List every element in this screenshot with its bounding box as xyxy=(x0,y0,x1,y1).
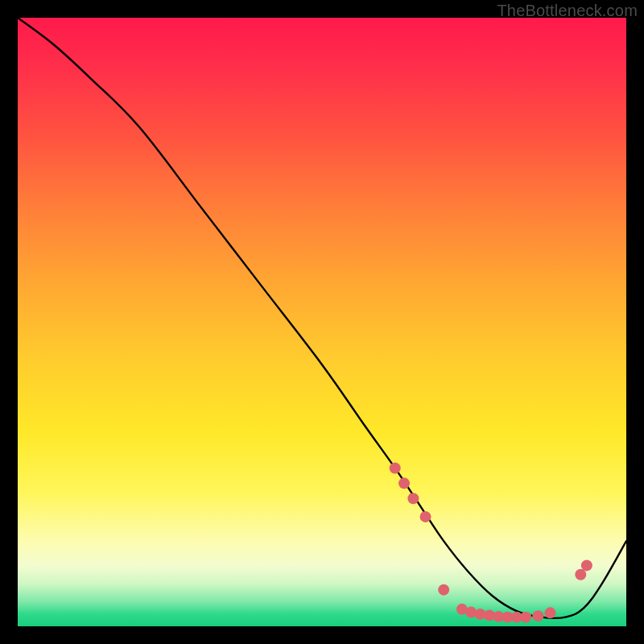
descent-marker xyxy=(420,511,431,522)
descent-marker xyxy=(398,477,410,489)
ascent-marker xyxy=(581,559,592,571)
trough-marker xyxy=(502,612,514,623)
descent-marker xyxy=(407,493,419,504)
trough-marker xyxy=(532,610,543,621)
trough-marker xyxy=(545,607,556,618)
trough-marker xyxy=(493,611,504,622)
watermark-text: TheBottleneck.com xyxy=(497,2,638,20)
descent-marker xyxy=(390,462,401,473)
trough-marker xyxy=(484,609,495,621)
trough-marker xyxy=(511,612,522,623)
plot-area xyxy=(18,18,626,626)
chart-frame: TheBottleneck.com xyxy=(0,0,644,644)
curve-svg xyxy=(18,18,626,626)
bottleneck-curve xyxy=(18,18,626,618)
trough-marker xyxy=(438,584,449,596)
ascent-marker xyxy=(575,569,586,580)
trough-marker xyxy=(456,604,468,615)
trough-marker xyxy=(465,607,477,618)
curve-markers xyxy=(390,462,592,622)
trough-marker xyxy=(475,609,486,620)
trough-marker xyxy=(520,612,531,623)
